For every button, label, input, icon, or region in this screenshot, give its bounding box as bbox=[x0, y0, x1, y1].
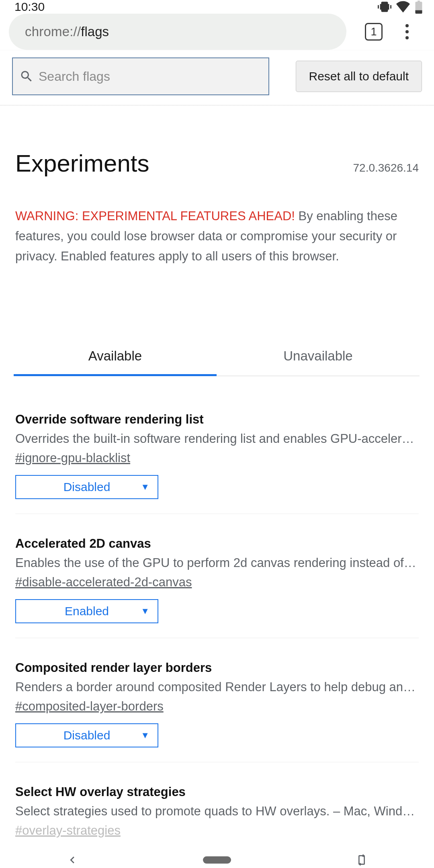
rotate-icon bbox=[355, 854, 368, 866]
flag-value: Disabled bbox=[63, 480, 111, 494]
flag-title: Select HW overlay strategies bbox=[15, 785, 419, 799]
svg-rect-0 bbox=[359, 856, 364, 864]
nav-home-button[interactable] bbox=[193, 856, 241, 864]
more-vert-icon bbox=[405, 24, 409, 39]
flag-permalink[interactable]: #overlay-strategies bbox=[15, 823, 121, 838]
browser-toolbar: chrome://flags 1 bbox=[0, 14, 434, 50]
flag-permalink[interactable]: #disable-accelerated-2d-canvas bbox=[15, 575, 192, 590]
flag-description: Overrides the built-in software renderin… bbox=[15, 432, 419, 446]
nav-back-button[interactable] bbox=[48, 853, 96, 867]
status-icons bbox=[378, 0, 423, 14]
flag-item: Override software rendering list Overrid… bbox=[15, 412, 419, 514]
wifi-icon bbox=[396, 1, 410, 13]
flag-description: Select strategies used to promote quads … bbox=[15, 804, 419, 819]
flag-title: Accelerated 2D canvas bbox=[15, 536, 419, 551]
battery-icon bbox=[415, 0, 423, 14]
reset-all-button[interactable]: Reset all to default bbox=[296, 61, 422, 92]
warning-strong: WARNING: EXPERIMENTAL FEATURES AHEAD! bbox=[15, 209, 295, 223]
flag-tabs: Available Unavailable bbox=[14, 341, 420, 376]
system-nav-bar bbox=[0, 852, 434, 868]
page-title: Experiments bbox=[15, 149, 149, 177]
flag-value: Enabled bbox=[65, 604, 109, 618]
status-bar: 10:30 bbox=[0, 0, 434, 14]
chevron-down-icon: ▼ bbox=[141, 482, 149, 492]
flag-value: Disabled bbox=[63, 729, 111, 742]
flag-item: Select HW overlay strategies Select stra… bbox=[15, 785, 419, 852]
flag-title: Override software rendering list bbox=[15, 412, 419, 427]
flag-dropdown[interactable]: Disabled ▼ bbox=[15, 723, 158, 747]
overflow-menu-button[interactable] bbox=[397, 22, 417, 42]
flag-description: Renders a border around composited Rende… bbox=[15, 680, 419, 694]
url-path: flags bbox=[81, 24, 109, 39]
flag-permalink[interactable]: #ignore-gpu-blacklist bbox=[15, 451, 130, 465]
flag-item: Composited render layer borders Renders … bbox=[15, 661, 419, 762]
chevron-left-icon bbox=[66, 853, 79, 867]
tab-switcher-button[interactable]: 1 bbox=[365, 23, 383, 41]
home-pill-icon bbox=[203, 856, 231, 864]
flag-permalink[interactable]: #composited-layer-borders bbox=[15, 699, 164, 714]
tab-available[interactable]: Available bbox=[14, 341, 217, 376]
flag-title: Composited render layer borders bbox=[15, 661, 419, 675]
flags-page: Experiments 72.0.3626.14 WARNING: EXPERI… bbox=[0, 106, 434, 852]
flag-list: Override software rendering list Overrid… bbox=[15, 412, 419, 852]
url-prefix: chrome:// bbox=[25, 24, 81, 39]
chrome-version: 72.0.3626.14 bbox=[353, 162, 419, 174]
chevron-down-icon: ▼ bbox=[141, 606, 149, 616]
tab-unavailable[interactable]: Unavailable bbox=[217, 341, 420, 376]
nav-rotate-button[interactable] bbox=[338, 854, 386, 866]
chevron-down-icon: ▼ bbox=[141, 730, 149, 741]
flag-description: Enables the use of the GPU to perform 2d… bbox=[15, 556, 419, 570]
flag-dropdown[interactable]: Disabled ▼ bbox=[15, 475, 158, 499]
tab-count: 1 bbox=[371, 26, 377, 38]
warning-text: WARNING: EXPERIMENTAL FEATURES AHEAD! By… bbox=[15, 206, 419, 266]
vibrate-icon bbox=[378, 0, 391, 14]
search-flags-field[interactable] bbox=[12, 57, 269, 95]
flag-dropdown[interactable]: Enabled ▼ bbox=[15, 599, 158, 623]
status-time: 10:30 bbox=[14, 0, 45, 14]
omnibox[interactable]: chrome://flags bbox=[9, 14, 346, 50]
search-icon bbox=[19, 69, 34, 84]
flags-toolbar: Reset all to default bbox=[0, 50, 434, 105]
flag-item: Accelerated 2D canvas Enables the use of… bbox=[15, 536, 419, 638]
search-input[interactable] bbox=[39, 69, 262, 84]
